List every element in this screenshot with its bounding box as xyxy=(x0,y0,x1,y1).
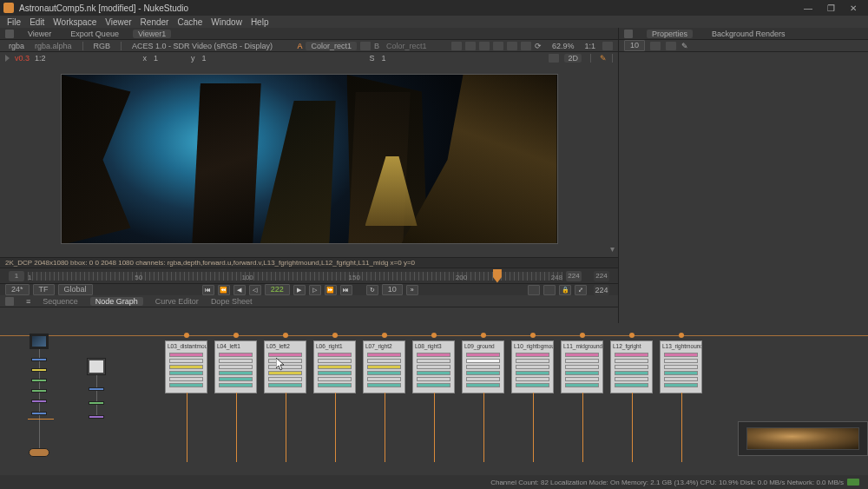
tab-dope-sheet[interactable]: Dope Sheet xyxy=(211,297,253,306)
a-buffer-picker[interactable]: Color_rect1 xyxy=(306,42,357,50)
viewer-tool-icon[interactable] xyxy=(451,42,462,50)
channels-dropdown[interactable]: rgba xyxy=(5,42,28,50)
read-node[interactable] xyxy=(87,358,106,375)
setting-icon[interactable] xyxy=(528,285,540,295)
step-arrow-icon[interactable]: » xyxy=(406,285,418,295)
goto-end-button[interactable]: ⏭ xyxy=(340,285,352,295)
x-value[interactable]: 1 xyxy=(152,54,163,63)
y-value[interactable]: 1 xyxy=(201,54,212,63)
playhead[interactable] xyxy=(493,269,502,283)
setting-icon[interactable] xyxy=(543,285,556,295)
wand-icon[interactable]: ✎ xyxy=(681,42,688,50)
merge-node[interactable] xyxy=(29,448,49,457)
timeline-label: 248 xyxy=(551,274,562,281)
scale-field[interactable]: 1:2 xyxy=(35,54,46,63)
play-button[interactable]: ▶ xyxy=(293,285,306,295)
s-value[interactable]: 1 xyxy=(379,54,391,63)
tab-viewer[interactable]: Viewer xyxy=(23,30,56,38)
play-reverse-button[interactable]: ◀ xyxy=(233,285,246,295)
tf-mode[interactable]: TF xyxy=(33,284,55,295)
corner-icon[interactable] xyxy=(5,297,14,306)
properties-count[interactable]: 10 xyxy=(624,40,645,51)
node-graph[interactable]: L03_distantmoundL04_left1L05_left2L06_ri… xyxy=(0,323,868,475)
timeline-start[interactable]: 1 xyxy=(9,271,24,281)
rgb-mode[interactable]: RGB xyxy=(90,42,115,50)
wand-icon[interactable]: ✎ xyxy=(600,54,607,63)
channel-bar xyxy=(664,353,698,357)
viewer-frame[interactable] xyxy=(61,74,558,244)
mode-2d[interactable]: 2D xyxy=(564,54,582,63)
group-node[interactable]: L06_right1 xyxy=(313,340,356,393)
viewer-tool-icon[interactable] xyxy=(479,42,490,50)
viewer-tool-icon[interactable] xyxy=(465,42,476,50)
tab-node-graph[interactable]: Node Graph xyxy=(90,297,143,306)
play-fwd-key-button[interactable]: ⏩ xyxy=(325,285,337,295)
menu-render[interactable]: Render xyxy=(141,17,169,27)
menu-file[interactable]: File xyxy=(7,17,21,27)
group-node[interactable]: L07_right2 xyxy=(363,340,405,393)
menu-cache[interactable]: Cache xyxy=(177,17,202,27)
step-back-key-button[interactable]: ⏪ xyxy=(218,285,230,295)
lock-icon[interactable]: 🔒 xyxy=(559,285,571,295)
lock-icon[interactable] xyxy=(650,42,661,50)
group-node[interactable]: L13_rightmound xyxy=(660,340,702,393)
group-node[interactable]: L10_rightbgmound xyxy=(511,340,554,393)
menu-edit[interactable]: Edit xyxy=(30,17,44,27)
timeline[interactable]: 1 1 50 100 150 200 248 224 224 xyxy=(0,268,618,283)
tab-curve-editor[interactable]: Curve Editor xyxy=(155,297,199,306)
chevron-down-icon[interactable]: ▾ xyxy=(610,244,615,254)
expand-icon[interactable]: ⤢ xyxy=(575,285,587,295)
tab-viewer1[interactable]: Viewer1 xyxy=(133,30,171,38)
step-back-button[interactable]: ◁ xyxy=(249,285,261,295)
viewer-tool-icon[interactable] xyxy=(521,42,531,50)
viewer-area[interactable]: ▾ xyxy=(0,64,618,257)
group-node[interactable]: L08_right3 xyxy=(412,340,455,393)
timeline-end[interactable]: 224 xyxy=(566,271,582,281)
node[interactable] xyxy=(31,412,47,415)
trash-icon[interactable] xyxy=(666,42,676,50)
node[interactable] xyxy=(89,415,104,419)
loop-icon[interactable]: ↻ xyxy=(366,285,378,295)
zoom-level[interactable]: 62.9% xyxy=(549,42,578,50)
tab-properties[interactable]: Properties xyxy=(647,30,693,38)
minimize-button[interactable]: — xyxy=(797,3,819,13)
wipe-icon[interactable] xyxy=(360,42,371,50)
menu-viewer[interactable]: Viewer xyxy=(105,17,131,27)
tab-sequence[interactable]: Sequence xyxy=(43,297,78,306)
panel-icon[interactable]: ≡ xyxy=(26,297,30,306)
corner-icon[interactable] xyxy=(624,30,633,38)
menu-workspace[interactable]: Workspace xyxy=(53,17,96,27)
restore-button[interactable]: ❐ xyxy=(819,3,842,13)
tab-export-queue[interactable]: Export Queue xyxy=(65,30,124,38)
step-size[interactable]: 10 xyxy=(382,284,403,295)
menu-window[interactable]: Window xyxy=(211,17,242,27)
menu-help[interactable]: Help xyxy=(251,17,269,27)
navigator-thumbnail[interactable] xyxy=(738,421,868,456)
timeline-track[interactable]: 1 50 100 150 200 248 xyxy=(28,272,562,281)
goto-start-button[interactable]: ⏮ xyxy=(202,285,214,295)
viewport-icon[interactable] xyxy=(549,54,559,63)
close-button[interactable]: ✕ xyxy=(842,3,865,13)
refresh-icon[interactable]: ⟳ xyxy=(535,42,545,50)
group-node[interactable]: L03_distantmound xyxy=(165,340,207,393)
viewer-tool-icon[interactable] xyxy=(602,42,613,50)
step-fwd-button[interactable]: ▷ xyxy=(309,285,321,295)
read-node[interactable] xyxy=(30,334,49,349)
tab-background-renders[interactable]: Background Renders xyxy=(707,30,791,38)
current-frame[interactable]: 222 xyxy=(265,284,290,295)
group-node[interactable]: L09_ground xyxy=(462,340,504,393)
b-buffer-picker[interactable]: Color_rect1 xyxy=(383,42,431,50)
wire-dot xyxy=(283,333,288,338)
corner-icon[interactable] xyxy=(5,30,14,38)
group-node[interactable]: L04_left1 xyxy=(214,340,257,393)
zoom-ratio[interactable]: 1:1 xyxy=(582,42,600,50)
group-node[interactable]: L12_fgright xyxy=(610,340,653,393)
scope-dropdown[interactable]: Global xyxy=(58,284,93,295)
viewer-tool-icon[interactable] xyxy=(493,42,503,50)
group-node[interactable]: L11_midground xyxy=(561,340,603,393)
group-node[interactable]: L05_left2 xyxy=(264,340,306,393)
play-icon[interactable] xyxy=(5,55,10,62)
fps-field[interactable]: 24* xyxy=(5,284,30,295)
viewer-tool-icon[interactable] xyxy=(507,42,517,50)
ocio-display[interactable]: ACES 1.0 - SDR Video (sRGB - Display) xyxy=(128,42,276,50)
